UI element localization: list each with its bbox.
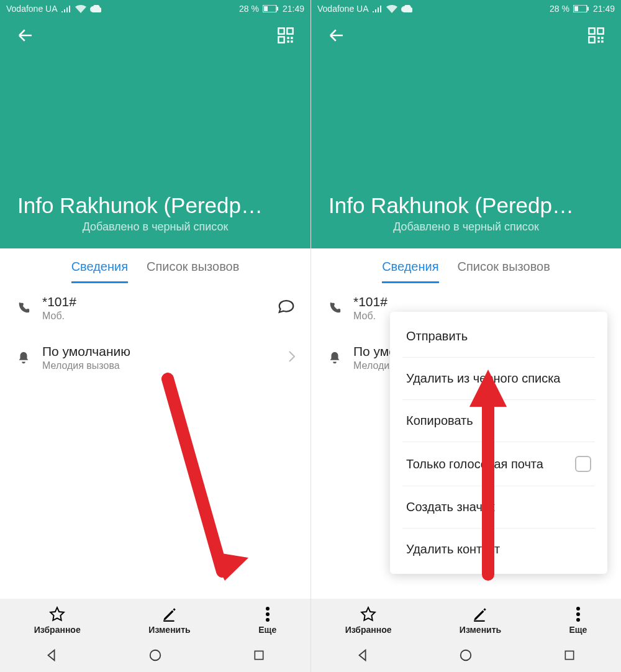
nav-back-icon[interactable] <box>354 647 371 664</box>
popup-delete-contact[interactable]: Удалить контакт <box>390 529 607 570</box>
svg-point-14 <box>150 650 161 661</box>
qr-icon[interactable] <box>277 27 294 47</box>
popup-create-shortcut[interactable]: Создать значок <box>390 486 607 528</box>
svg-rect-26 <box>474 620 485 622</box>
favorite-button[interactable]: Избранное <box>34 606 81 635</box>
back-icon[interactable] <box>327 26 346 47</box>
tab-bar: Сведения Список вызовов <box>0 248 310 283</box>
chevron-right-icon <box>288 350 296 365</box>
status-bar: Vodafone UA 28 % 21:49 <box>311 0 621 17</box>
nav-recent-icon[interactable] <box>250 647 268 664</box>
edit-label: Изменить <box>460 625 501 635</box>
popup-create-shortcut-label: Создать значок <box>406 500 495 514</box>
popup-voicemail-only[interactable]: Только голосовая почта <box>390 442 607 486</box>
popup-voicemail-label: Только голосовая почта <box>406 457 543 471</box>
more-vertical-icon <box>265 606 270 622</box>
pencil-icon <box>161 606 178 622</box>
clock: 21:49 <box>593 4 615 14</box>
svg-point-30 <box>461 650 471 661</box>
contact-header: Info Rakhunok (Peredp… Добавлено в черны… <box>0 17 310 248</box>
favorite-button[interactable]: Избранное <box>345 606 392 635</box>
blacklist-subtitle: Добавлено в черный список <box>17 220 293 234</box>
phone-icon <box>15 301 32 315</box>
svg-rect-23 <box>601 37 604 39</box>
favorite-label: Избранное <box>34 625 81 635</box>
phone-row[interactable]: *101# Моб. <box>0 283 310 333</box>
popup-copy[interactable]: Копировать <box>390 400 607 442</box>
popup-send[interactable]: Отправить <box>390 316 607 357</box>
wifi-icon <box>386 5 397 13</box>
svg-rect-17 <box>574 6 578 11</box>
wifi-icon <box>75 5 86 13</box>
popup-remove-blacklist[interactable]: Удалить из черного списка <box>390 358 607 399</box>
tab-call-log[interactable]: Список вызовов <box>147 260 239 283</box>
svg-rect-2 <box>277 7 278 11</box>
android-nav-bar <box>311 638 621 672</box>
svg-rect-24 <box>597 40 600 43</box>
tab-bar: Сведения Список вызовов <box>311 248 621 283</box>
blacklist-subtitle: Добавлено в черный список <box>329 220 604 234</box>
more-vertical-icon <box>576 606 581 622</box>
svg-rect-19 <box>589 28 594 34</box>
svg-rect-15 <box>255 651 263 659</box>
edit-button[interactable]: Изменить <box>148 606 190 635</box>
svg-rect-8 <box>287 40 289 43</box>
battery-pct: 28 % <box>550 4 569 14</box>
qr-icon[interactable] <box>587 27 605 47</box>
nav-back-icon[interactable] <box>43 647 60 664</box>
tab-details[interactable]: Сведения <box>382 260 438 283</box>
svg-point-28 <box>576 612 580 616</box>
contact-name: Info Rakhunok (Peredp… <box>329 193 604 218</box>
svg-rect-20 <box>597 28 603 34</box>
battery-icon <box>573 5 589 12</box>
tab-details[interactable]: Сведения <box>71 260 128 283</box>
svg-rect-31 <box>565 651 573 659</box>
popup-delete-contact-label: Удалить контакт <box>406 542 500 556</box>
favorite-label: Избранное <box>345 625 392 635</box>
nav-recent-icon[interactable] <box>561 647 578 664</box>
ringtone-title: По умолчанию <box>42 344 278 359</box>
status-bar: Vodafone UA 28 % 21:49 <box>0 0 310 17</box>
svg-point-29 <box>576 618 580 622</box>
phone-screen-left: Vodafone UA 28 % 21:49 <box>0 0 310 672</box>
nav-home-icon[interactable] <box>147 647 164 664</box>
svg-rect-6 <box>287 37 289 39</box>
more-label: Еще <box>258 625 276 635</box>
star-icon <box>49 606 65 622</box>
message-icon[interactable] <box>277 297 296 319</box>
phone-number: *101# <box>353 294 606 309</box>
details-content: *101# Моб. По умолчанию Мелодия вызова <box>0 283 310 599</box>
signal-icon <box>373 5 383 12</box>
carrier-label: Vodafone UA <box>317 4 369 14</box>
contact-header: Info Rakhunok (Peredp… Добавлено в черны… <box>311 17 621 248</box>
tab-call-log[interactable]: Список вызовов <box>458 260 550 283</box>
bell-icon <box>326 351 343 365</box>
carrier-label: Vodafone UA <box>6 4 58 14</box>
phone-number: *101# <box>42 294 267 309</box>
svg-rect-21 <box>589 37 594 42</box>
nav-home-icon[interactable] <box>457 647 474 664</box>
phone-icon <box>326 301 343 315</box>
svg-point-27 <box>576 607 580 611</box>
more-label: Еще <box>569 625 587 635</box>
back-icon[interactable] <box>16 26 35 47</box>
svg-rect-10 <box>163 620 174 622</box>
svg-rect-7 <box>291 37 293 39</box>
contact-name: Info Rakhunok (Peredp… <box>17 193 293 218</box>
android-nav-bar <box>0 638 310 672</box>
voicemail-checkbox[interactable] <box>575 456 591 472</box>
svg-rect-5 <box>278 37 284 42</box>
svg-point-13 <box>266 618 270 622</box>
edit-button[interactable]: Изменить <box>460 606 501 635</box>
phone-type: Моб. <box>42 311 267 322</box>
ringtone-sub: Мелодия вызова <box>42 360 278 371</box>
more-button[interactable]: Еще <box>569 606 587 635</box>
svg-rect-25 <box>601 40 604 43</box>
ringtone-row[interactable]: По умолчанию Мелодия вызова <box>0 333 310 383</box>
clock: 21:49 <box>283 4 304 14</box>
svg-rect-3 <box>278 28 284 34</box>
cloud-icon <box>90 5 101 12</box>
more-button[interactable]: Еще <box>258 606 276 635</box>
star-icon <box>360 606 376 622</box>
phone-screen-right: Vodafone UA 28 % 21:49 <box>310 0 621 672</box>
